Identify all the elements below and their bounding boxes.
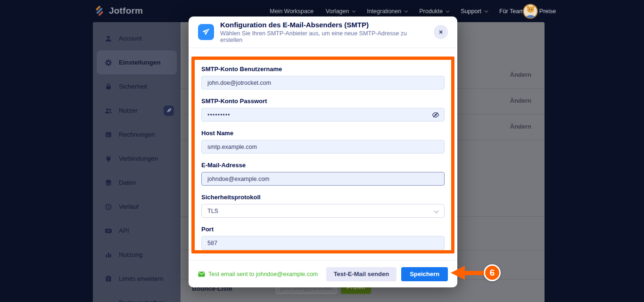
nav-link-vorlagen[interactable]: Vorlagen [326, 8, 355, 15]
sidebar-item-label: Einstellungen [119, 59, 161, 66]
port-label: Port [201, 226, 445, 233]
change-link[interactable]: Ändern [510, 97, 532, 104]
jotform-logo-icon [92, 3, 107, 18]
save-button[interactable]: Speichern [401, 267, 448, 281]
jotform-logo[interactable]: Jotform [94, 6, 143, 16]
lock-icon [104, 82, 112, 90]
jotform-logo-text: Jotform [109, 6, 143, 16]
sidebar-item-label: Verbindungen [119, 155, 158, 162]
chevron-down-icon [352, 8, 355, 12]
smtp-username-label: SMTP-Konto Benutzername [201, 65, 445, 73]
gift-icon [104, 275, 112, 283]
sidebar-item-label: Nutzung [119, 251, 142, 258]
step-annotation: 6 [451, 264, 501, 281]
sidebar-item-partnerschaften[interactable]: Partnerschaften [93, 291, 181, 302]
test-email-status: Test email sent to johndoe@example.com [198, 271, 318, 278]
sidebar-item-verlauf[interactable]: Verlauf [93, 195, 181, 219]
change-link[interactable]: Ändern [510, 123, 532, 130]
sidebar-item-label: API [119, 227, 129, 234]
sidebar-item-account[interactable]: Account [93, 26, 181, 50]
chevron-down-icon [404, 8, 408, 12]
highlight-annotation-box: SMTP-Konto Benutzername SMTP-Konto Passw… [191, 57, 454, 253]
modal-footer: Test email sent to johndoe@example.com T… [189, 260, 457, 287]
chevron-down-icon [446, 8, 449, 12]
sidebar-item-einstellungen[interactable]: Einstellungen [97, 50, 177, 74]
nav-link-produkte[interactable]: Produkte [419, 8, 448, 15]
sidebar-item-api[interactable]: APIAPI [93, 219, 181, 243]
security-protocol-value: TLS [207, 208, 218, 214]
crown-icon [104, 299, 112, 302]
smtp-password-input[interactable] [201, 108, 445, 122]
sidebar-item-label: Account [119, 35, 142, 42]
close-icon[interactable]: × [434, 25, 448, 39]
change-link[interactable]: Ändern [510, 71, 532, 78]
sidebar-item-nutzer[interactable]: Nutzer [93, 98, 181, 122]
sidebar-item-verbindungen[interactable]: Verbindungen [93, 147, 181, 171]
step-number-badge: 6 [484, 264, 501, 281]
sidebar-item-label: Rechnungen [119, 131, 155, 138]
svg-text:API: API [106, 229, 110, 232]
sidebar-item-label: Daten [119, 179, 136, 186]
chart-icon [104, 251, 112, 259]
invoice-icon [104, 131, 112, 139]
history-icon [104, 203, 112, 211]
nav-link-preise[interactable]: Preise [539, 8, 556, 15]
nav-link-mein-workspace[interactable]: Mein Workspace [270, 8, 314, 15]
sidebar-item-label: Verlauf [119, 203, 139, 210]
security-protocol-select[interactable]: TLS [201, 204, 445, 218]
email-address-label: E-Mail-Adresse [201, 162, 445, 169]
database-icon [104, 179, 112, 187]
chevron-down-icon [434, 209, 439, 213]
user-avatar[interactable] [523, 4, 538, 19]
nav-link-integrationen[interactable]: Integrationen [367, 8, 407, 15]
port-input[interactable] [201, 236, 445, 250]
user-icon [104, 34, 112, 42]
nav-link-support[interactable]: Support [461, 8, 487, 15]
smtp-password-label: SMTP-Konto Passwort [201, 98, 445, 105]
sidebar-item-rechnungen[interactable]: Rechnungen [93, 122, 181, 147]
email-address-input[interactable] [201, 172, 445, 186]
modal-subtitle: Wählen Sie Ihren SMTP-Anbieter aus, um e… [220, 30, 428, 43]
sidebar-item-label: Nutzer [119, 107, 138, 114]
modal-title: Konfiguration des E-Mail-Absenders (SMTP… [220, 21, 428, 29]
smtp-config-modal: Konfiguration des E-Mail-Absenders (SMTP… [189, 16, 457, 287]
sidebar-item-sicherheit[interactable]: Sicherheit [93, 74, 181, 98]
eye-off-icon[interactable] [432, 111, 440, 119]
api-icon: API [104, 227, 112, 235]
arrow-left-icon [451, 266, 465, 280]
sidebar-item-label: Sicherheit [119, 83, 147, 90]
plug-icon [104, 155, 112, 163]
gear-icon [104, 58, 112, 66]
sidebar-item-limits-erweitern[interactable]: Limits erweitern [93, 267, 181, 291]
host-name-label: Host Name [201, 130, 445, 137]
rocket-icon [164, 106, 174, 116]
envelope-icon [198, 271, 205, 277]
settings-sidebar: AccountEinstellungenSicherheitNutzerRech… [93, 22, 181, 302]
security-protocol-label: Sicherheitsprotokoll [201, 194, 445, 201]
modal-header: Konfiguration des E-Mail-Absenders (SMTP… [189, 16, 457, 48]
chevron-down-icon [484, 8, 488, 12]
paper-plane-icon [198, 24, 214, 40]
send-test-email-button[interactable]: Test-E-Mail senden [326, 267, 397, 281]
sidebar-item-label: Limits erweitern [119, 275, 164, 282]
sidebar-item-daten[interactable]: Daten [93, 171, 181, 195]
smtp-username-input[interactable] [201, 76, 445, 90]
host-name-input[interactable] [201, 140, 445, 154]
sidebar-item-nutzung[interactable]: Nutzung [93, 243, 181, 267]
users-icon [104, 106, 112, 114]
sidebar-item-label: Partnerschaften [119, 299, 164, 302]
